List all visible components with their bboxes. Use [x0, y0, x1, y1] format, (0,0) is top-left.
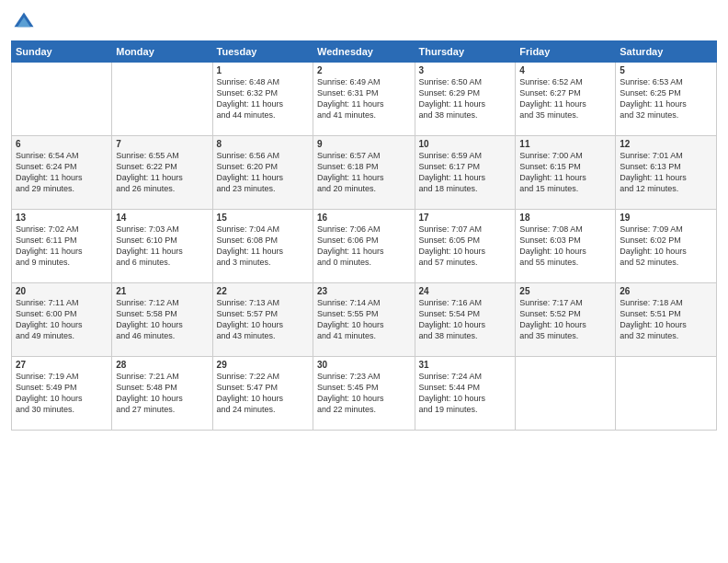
day-detail: Sunrise: 7:23 AM Sunset: 5:45 PM Dayligh… [317, 371, 410, 416]
calendar-cell: 3Sunrise: 6:50 AM Sunset: 6:29 PM Daylig… [415, 63, 516, 136]
page-container: SundayMondayTuesdayWednesdayThursdayFrid… [0, 0, 728, 563]
day-number: 28 [116, 360, 208, 370]
day-detail: Sunrise: 7:21 AM Sunset: 5:48 PM Dayligh… [116, 371, 208, 416]
day-detail: Sunrise: 7:24 AM Sunset: 5:44 PM Dayligh… [419, 371, 512, 416]
calendar-cell: 15Sunrise: 7:04 AM Sunset: 6:08 PM Dayli… [212, 210, 313, 283]
day-number: 10 [419, 139, 512, 149]
calendar-header-row: SundayMondayTuesdayWednesdayThursdayFrid… [12, 41, 717, 63]
day-number: 13 [16, 213, 108, 223]
day-detail: Sunrise: 7:00 AM Sunset: 6:15 PM Dayligh… [519, 150, 611, 195]
day-number: 15 [217, 213, 309, 223]
day-detail: Sunrise: 6:59 AM Sunset: 6:17 PM Dayligh… [419, 150, 512, 195]
day-number: 16 [317, 213, 410, 223]
day-detail: Sunrise: 7:04 AM Sunset: 6:08 PM Dayligh… [217, 224, 309, 269]
calendar-cell [516, 357, 616, 431]
calendar-cell: 21Sunrise: 7:12 AM Sunset: 5:58 PM Dayli… [112, 283, 212, 357]
day-number: 12 [620, 139, 712, 149]
calendar-cell: 6Sunrise: 6:54 AM Sunset: 6:24 PM Daylig… [12, 136, 112, 210]
calendar-cell: 11Sunrise: 7:00 AM Sunset: 6:15 PM Dayli… [516, 136, 616, 210]
day-detail: Sunrise: 7:08 AM Sunset: 6:03 PM Dayligh… [519, 224, 611, 269]
calendar-cell: 20Sunrise: 7:11 AM Sunset: 6:00 PM Dayli… [12, 283, 112, 357]
day-detail: Sunrise: 7:06 AM Sunset: 6:06 PM Dayligh… [317, 224, 410, 269]
day-detail: Sunrise: 6:56 AM Sunset: 6:20 PM Dayligh… [217, 150, 309, 195]
calendar-cell: 19Sunrise: 7:09 AM Sunset: 6:02 PM Dayli… [616, 210, 717, 283]
day-header-thursday: Thursday [415, 41, 516, 63]
day-number: 30 [317, 360, 410, 370]
day-detail: Sunrise: 7:01 AM Sunset: 6:13 PM Dayligh… [620, 150, 712, 195]
day-detail: Sunrise: 6:52 AM Sunset: 6:27 PM Dayligh… [519, 76, 611, 121]
calendar-cell: 13Sunrise: 7:02 AM Sunset: 6:11 PM Dayli… [12, 210, 112, 283]
calendar-cell: 9Sunrise: 6:57 AM Sunset: 6:18 PM Daylig… [313, 136, 415, 210]
day-detail: Sunrise: 7:09 AM Sunset: 6:02 PM Dayligh… [620, 224, 712, 269]
calendar-week-3: 13Sunrise: 7:02 AM Sunset: 6:11 PM Dayli… [12, 210, 717, 283]
day-detail: Sunrise: 6:57 AM Sunset: 6:18 PM Dayligh… [317, 150, 410, 195]
day-number: 29 [217, 360, 309, 370]
calendar-cell: 17Sunrise: 7:07 AM Sunset: 6:05 PM Dayli… [415, 210, 516, 283]
calendar-table: SundayMondayTuesdayWednesdayThursdayFrid… [11, 40, 717, 431]
calendar-cell: 8Sunrise: 6:56 AM Sunset: 6:20 PM Daylig… [212, 136, 313, 210]
calendar-cell [616, 357, 717, 431]
calendar-cell: 30Sunrise: 7:23 AM Sunset: 5:45 PM Dayli… [313, 357, 415, 431]
day-detail: Sunrise: 7:18 AM Sunset: 5:51 PM Dayligh… [620, 297, 712, 342]
calendar-cell [112, 63, 212, 136]
day-number: 20 [16, 286, 108, 296]
day-number: 6 [16, 139, 108, 149]
calendar-week-1: 1Sunrise: 6:48 AM Sunset: 6:32 PM Daylig… [12, 63, 717, 136]
day-detail: Sunrise: 7:17 AM Sunset: 5:52 PM Dayligh… [519, 297, 611, 342]
calendar-cell: 27Sunrise: 7:19 AM Sunset: 5:49 PM Dayli… [12, 357, 112, 431]
day-number: 31 [419, 360, 512, 370]
calendar-cell: 24Sunrise: 7:16 AM Sunset: 5:54 PM Dayli… [415, 283, 516, 357]
day-number: 23 [317, 286, 410, 296]
day-detail: Sunrise: 6:48 AM Sunset: 6:32 PM Dayligh… [217, 76, 309, 121]
calendar-cell: 14Sunrise: 7:03 AM Sunset: 6:10 PM Dayli… [112, 210, 212, 283]
day-detail: Sunrise: 7:16 AM Sunset: 5:54 PM Dayligh… [419, 297, 512, 342]
day-number: 21 [116, 286, 208, 296]
calendar-cell: 10Sunrise: 6:59 AM Sunset: 6:17 PM Dayli… [415, 136, 516, 210]
calendar-cell [12, 63, 112, 136]
day-detail: Sunrise: 6:55 AM Sunset: 6:22 PM Dayligh… [116, 150, 208, 195]
calendar-week-5: 27Sunrise: 7:19 AM Sunset: 5:49 PM Dayli… [12, 357, 717, 431]
calendar-cell: 5Sunrise: 6:53 AM Sunset: 6:25 PM Daylig… [616, 63, 717, 136]
day-number: 1 [217, 65, 309, 75]
day-number: 26 [620, 286, 712, 296]
day-detail: Sunrise: 7:11 AM Sunset: 6:00 PM Dayligh… [16, 297, 108, 342]
day-detail: Sunrise: 6:54 AM Sunset: 6:24 PM Dayligh… [16, 150, 108, 195]
day-number: 2 [317, 65, 410, 75]
day-header-tuesday: Tuesday [212, 41, 313, 63]
calendar-cell: 4Sunrise: 6:52 AM Sunset: 6:27 PM Daylig… [516, 63, 616, 136]
calendar-cell: 31Sunrise: 7:24 AM Sunset: 5:44 PM Dayli… [415, 357, 516, 431]
day-number: 27 [16, 360, 108, 370]
calendar-cell: 12Sunrise: 7:01 AM Sunset: 6:13 PM Dayli… [616, 136, 717, 210]
calendar-cell: 16Sunrise: 7:06 AM Sunset: 6:06 PM Dayli… [313, 210, 415, 283]
day-number: 25 [519, 286, 611, 296]
day-detail: Sunrise: 7:07 AM Sunset: 6:05 PM Dayligh… [419, 224, 512, 269]
day-detail: Sunrise: 7:03 AM Sunset: 6:10 PM Dayligh… [116, 224, 208, 269]
calendar-cell: 28Sunrise: 7:21 AM Sunset: 5:48 PM Dayli… [112, 357, 212, 431]
logo-icon [11, 9, 37, 35]
day-number: 22 [217, 286, 309, 296]
day-number: 3 [419, 65, 512, 75]
calendar-week-4: 20Sunrise: 7:11 AM Sunset: 6:00 PM Dayli… [12, 283, 717, 357]
day-number: 24 [419, 286, 512, 296]
calendar-cell: 1Sunrise: 6:48 AM Sunset: 6:32 PM Daylig… [212, 63, 313, 136]
day-number: 9 [317, 139, 410, 149]
day-number: 18 [519, 213, 611, 223]
calendar-cell: 26Sunrise: 7:18 AM Sunset: 5:51 PM Dayli… [616, 283, 717, 357]
day-number: 4 [519, 65, 611, 75]
day-header-sunday: Sunday [12, 41, 112, 63]
calendar-cell: 22Sunrise: 7:13 AM Sunset: 5:57 PM Dayli… [212, 283, 313, 357]
day-detail: Sunrise: 7:19 AM Sunset: 5:49 PM Dayligh… [16, 371, 108, 416]
calendar-cell: 29Sunrise: 7:22 AM Sunset: 5:47 PM Dayli… [212, 357, 313, 431]
day-number: 11 [519, 139, 611, 149]
day-number: 17 [419, 213, 512, 223]
day-detail: Sunrise: 7:02 AM Sunset: 6:11 PM Dayligh… [16, 224, 108, 269]
day-number: 8 [217, 139, 309, 149]
day-number: 5 [620, 65, 712, 75]
calendar-cell: 25Sunrise: 7:17 AM Sunset: 5:52 PM Dayli… [516, 283, 616, 357]
calendar-week-2: 6Sunrise: 6:54 AM Sunset: 6:24 PM Daylig… [12, 136, 717, 210]
day-header-monday: Monday [112, 41, 212, 63]
day-header-saturday: Saturday [616, 41, 717, 63]
day-header-friday: Friday [516, 41, 616, 63]
day-detail: Sunrise: 6:49 AM Sunset: 6:31 PM Dayligh… [317, 76, 410, 121]
day-number: 14 [116, 213, 208, 223]
